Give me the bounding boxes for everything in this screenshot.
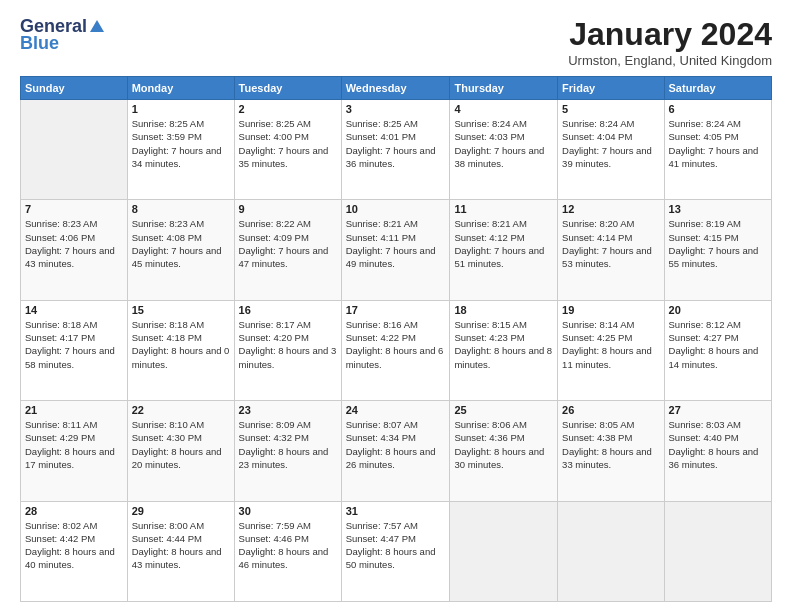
table-row: 8Sunrise: 8:23 AMSunset: 4:08 PMDaylight… (127, 200, 234, 300)
table-row (21, 100, 128, 200)
table-row: 12Sunrise: 8:20 AMSunset: 4:14 PMDayligh… (558, 200, 664, 300)
day-number: 27 (669, 404, 767, 416)
table-row: 19Sunrise: 8:14 AMSunset: 4:25 PMDayligh… (558, 300, 664, 400)
day-number: 7 (25, 203, 123, 215)
table-row: 10Sunrise: 8:21 AMSunset: 4:11 PMDayligh… (341, 200, 450, 300)
svg-marker-0 (90, 20, 104, 32)
day-detail: Sunrise: 8:17 AMSunset: 4:20 PMDaylight:… (239, 318, 337, 371)
day-number: 6 (669, 103, 767, 115)
day-number: 16 (239, 304, 337, 316)
table-row: 21Sunrise: 8:11 AMSunset: 4:29 PMDayligh… (21, 401, 128, 501)
day-detail: Sunrise: 8:23 AMSunset: 4:06 PMDaylight:… (25, 217, 123, 270)
day-detail: Sunrise: 8:07 AMSunset: 4:34 PMDaylight:… (346, 418, 446, 471)
table-row: 17Sunrise: 8:16 AMSunset: 4:22 PMDayligh… (341, 300, 450, 400)
day-detail: Sunrise: 7:57 AMSunset: 4:47 PMDaylight:… (346, 519, 446, 572)
table-row: 30Sunrise: 7:59 AMSunset: 4:46 PMDayligh… (234, 501, 341, 601)
table-row: 14Sunrise: 8:18 AMSunset: 4:17 PMDayligh… (21, 300, 128, 400)
day-detail: Sunrise: 8:00 AMSunset: 4:44 PMDaylight:… (132, 519, 230, 572)
day-detail: Sunrise: 8:12 AMSunset: 4:27 PMDaylight:… (669, 318, 767, 371)
calendar-page: General Blue January 2024 Urmston, Engla… (0, 0, 792, 612)
day-number: 31 (346, 505, 446, 517)
calendar-week-row: 1Sunrise: 8:25 AMSunset: 3:59 PMDaylight… (21, 100, 772, 200)
location: Urmston, England, United Kingdom (568, 53, 772, 68)
day-number: 25 (454, 404, 553, 416)
day-detail: Sunrise: 8:05 AMSunset: 4:38 PMDaylight:… (562, 418, 659, 471)
table-row: 1Sunrise: 8:25 AMSunset: 3:59 PMDaylight… (127, 100, 234, 200)
day-detail: Sunrise: 8:25 AMSunset: 4:00 PMDaylight:… (239, 117, 337, 170)
table-row: 4Sunrise: 8:24 AMSunset: 4:03 PMDaylight… (450, 100, 558, 200)
day-number: 13 (669, 203, 767, 215)
day-number: 2 (239, 103, 337, 115)
day-number: 18 (454, 304, 553, 316)
col-saturday: Saturday (664, 77, 771, 100)
day-number: 11 (454, 203, 553, 215)
table-row: 3Sunrise: 8:25 AMSunset: 4:01 PMDaylight… (341, 100, 450, 200)
day-number: 20 (669, 304, 767, 316)
table-row: 16Sunrise: 8:17 AMSunset: 4:20 PMDayligh… (234, 300, 341, 400)
day-detail: Sunrise: 8:14 AMSunset: 4:25 PMDaylight:… (562, 318, 659, 371)
day-detail: Sunrise: 8:18 AMSunset: 4:18 PMDaylight:… (132, 318, 230, 371)
day-detail: Sunrise: 8:10 AMSunset: 4:30 PMDaylight:… (132, 418, 230, 471)
table-row: 7Sunrise: 8:23 AMSunset: 4:06 PMDaylight… (21, 200, 128, 300)
table-row: 28Sunrise: 8:02 AMSunset: 4:42 PMDayligh… (21, 501, 128, 601)
col-monday: Monday (127, 77, 234, 100)
table-row: 13Sunrise: 8:19 AMSunset: 4:15 PMDayligh… (664, 200, 771, 300)
table-row: 31Sunrise: 7:57 AMSunset: 4:47 PMDayligh… (341, 501, 450, 601)
day-number: 1 (132, 103, 230, 115)
table-row: 15Sunrise: 8:18 AMSunset: 4:18 PMDayligh… (127, 300, 234, 400)
day-number: 12 (562, 203, 659, 215)
table-row: 9Sunrise: 8:22 AMSunset: 4:09 PMDaylight… (234, 200, 341, 300)
day-number: 29 (132, 505, 230, 517)
day-number: 3 (346, 103, 446, 115)
day-detail: Sunrise: 8:16 AMSunset: 4:22 PMDaylight:… (346, 318, 446, 371)
table-row (558, 501, 664, 601)
calendar-table: Sunday Monday Tuesday Wednesday Thursday… (20, 76, 772, 602)
day-detail: Sunrise: 8:09 AMSunset: 4:32 PMDaylight:… (239, 418, 337, 471)
calendar-week-row: 21Sunrise: 8:11 AMSunset: 4:29 PMDayligh… (21, 401, 772, 501)
table-row: 26Sunrise: 8:05 AMSunset: 4:38 PMDayligh… (558, 401, 664, 501)
day-number: 10 (346, 203, 446, 215)
header: General Blue January 2024 Urmston, Engla… (20, 16, 772, 68)
calendar-week-row: 28Sunrise: 8:02 AMSunset: 4:42 PMDayligh… (21, 501, 772, 601)
col-tuesday: Tuesday (234, 77, 341, 100)
day-number: 15 (132, 304, 230, 316)
day-number: 14 (25, 304, 123, 316)
day-detail: Sunrise: 8:15 AMSunset: 4:23 PMDaylight:… (454, 318, 553, 371)
day-detail: Sunrise: 8:20 AMSunset: 4:14 PMDaylight:… (562, 217, 659, 270)
day-detail: Sunrise: 8:21 AMSunset: 4:12 PMDaylight:… (454, 217, 553, 270)
day-detail: Sunrise: 8:06 AMSunset: 4:36 PMDaylight:… (454, 418, 553, 471)
day-detail: Sunrise: 8:24 AMSunset: 4:04 PMDaylight:… (562, 117, 659, 170)
day-detail: Sunrise: 8:23 AMSunset: 4:08 PMDaylight:… (132, 217, 230, 270)
table-row: 11Sunrise: 8:21 AMSunset: 4:12 PMDayligh… (450, 200, 558, 300)
day-number: 8 (132, 203, 230, 215)
day-detail: Sunrise: 8:24 AMSunset: 4:05 PMDaylight:… (669, 117, 767, 170)
day-number: 5 (562, 103, 659, 115)
table-row: 20Sunrise: 8:12 AMSunset: 4:27 PMDayligh… (664, 300, 771, 400)
logo: General Blue (20, 16, 107, 54)
day-detail: Sunrise: 8:11 AMSunset: 4:29 PMDaylight:… (25, 418, 123, 471)
day-number: 30 (239, 505, 337, 517)
day-number: 21 (25, 404, 123, 416)
col-wednesday: Wednesday (341, 77, 450, 100)
calendar-week-row: 14Sunrise: 8:18 AMSunset: 4:17 PMDayligh… (21, 300, 772, 400)
table-row (450, 501, 558, 601)
table-row: 6Sunrise: 8:24 AMSunset: 4:05 PMDaylight… (664, 100, 771, 200)
day-detail: Sunrise: 8:25 AMSunset: 3:59 PMDaylight:… (132, 117, 230, 170)
logo-icon (88, 18, 106, 36)
day-number: 17 (346, 304, 446, 316)
day-number: 22 (132, 404, 230, 416)
table-row: 23Sunrise: 8:09 AMSunset: 4:32 PMDayligh… (234, 401, 341, 501)
day-number: 9 (239, 203, 337, 215)
table-row: 22Sunrise: 8:10 AMSunset: 4:30 PMDayligh… (127, 401, 234, 501)
day-detail: Sunrise: 8:02 AMSunset: 4:42 PMDaylight:… (25, 519, 123, 572)
calendar-week-row: 7Sunrise: 8:23 AMSunset: 4:06 PMDaylight… (21, 200, 772, 300)
table-row: 29Sunrise: 8:00 AMSunset: 4:44 PMDayligh… (127, 501, 234, 601)
table-row: 18Sunrise: 8:15 AMSunset: 4:23 PMDayligh… (450, 300, 558, 400)
col-friday: Friday (558, 77, 664, 100)
table-row: 25Sunrise: 8:06 AMSunset: 4:36 PMDayligh… (450, 401, 558, 501)
logo-blue-text: Blue (20, 33, 59, 54)
table-row (664, 501, 771, 601)
table-row: 5Sunrise: 8:24 AMSunset: 4:04 PMDaylight… (558, 100, 664, 200)
table-row: 24Sunrise: 8:07 AMSunset: 4:34 PMDayligh… (341, 401, 450, 501)
col-sunday: Sunday (21, 77, 128, 100)
